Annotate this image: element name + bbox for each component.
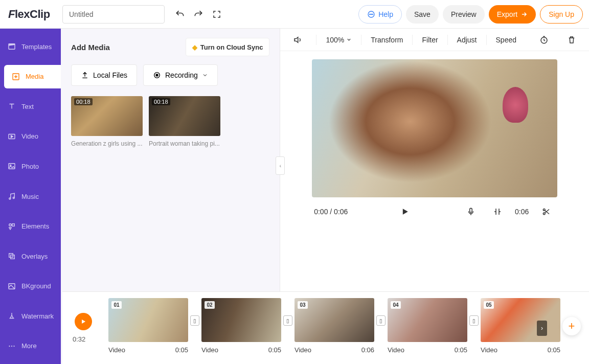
media-item[interactable]: 00:18 Portrait woman taking pi... (149, 96, 220, 147)
svg-point-11 (9, 223, 12, 226)
timeline-clip[interactable]: 03 Video0:06 (294, 298, 374, 354)
speed-button[interactable]: Speed (496, 36, 516, 44)
sidebar-item-media[interactable]: Media (4, 65, 61, 89)
sidebar-item-text[interactable]: Text (0, 95, 61, 119)
sidebar-item-watermark[interactable]: Watermark (0, 304, 61, 328)
clip-number: 03 (298, 301, 308, 309)
svg-rect-13 (9, 254, 13, 258)
timeline-clip[interactable]: 02 Video0:05 (201, 298, 281, 354)
clip-type: Video (481, 346, 497, 354)
redo-button[interactable] (189, 5, 208, 24)
transform-button[interactable]: Transform (371, 36, 403, 44)
sidebar-item-music[interactable]: Music (0, 185, 61, 209)
svg-point-18 (13, 346, 14, 347)
media-caption: Portrait woman taking pi... (149, 140, 220, 147)
save-button[interactable]: Save (406, 5, 439, 24)
cloud-sync-label: Turn on Cloud Sync (200, 43, 263, 51)
sidebar-item-background[interactable]: BKground (0, 274, 61, 298)
upload-icon (81, 71, 89, 79)
filter-button[interactable]: Filter (422, 36, 438, 44)
svg-point-23 (543, 213, 546, 215)
transition-button[interactable]: ▯ (283, 315, 292, 326)
signup-button[interactable]: Sign Up (540, 5, 583, 24)
sidebar-label: Overlays (21, 253, 48, 260)
duration-badge: 00:18 (152, 98, 170, 105)
svg-rect-14 (11, 255, 15, 259)
zoom-dropdown[interactable]: 100% (326, 36, 352, 44)
timecode: 0:00 / 0:06 (314, 208, 348, 216)
video-canvas[interactable] (312, 59, 557, 197)
sidebar-label: Templates (21, 43, 52, 51)
sidebar-label: Watermark (21, 312, 54, 320)
panel-collapse-handle[interactable]: ‹ (276, 156, 285, 175)
media-item[interactable]: 00:18 Generation z girls using ... (71, 96, 143, 147)
topbar: FlexClip Help Save Preview Export Sign U… (0, 0, 589, 29)
undo-button[interactable] (171, 5, 189, 24)
clip-duration: 0:05 (175, 346, 188, 354)
brand-logo: FlexClip (6, 8, 62, 21)
background-icon (7, 282, 16, 291)
svg-point-1 (370, 14, 370, 14)
clip-type: Video (201, 346, 218, 354)
sidebar-item-templates[interactable]: Templates (0, 35, 61, 59)
clip-number: 01 (111, 301, 122, 309)
sidebar-item-photo[interactable]: Photo (0, 154, 61, 178)
sidebar-label: Media (26, 73, 43, 80)
watermark-icon (7, 311, 16, 321)
voiceover-button[interactable] (462, 202, 480, 221)
transition-button[interactable]: ▯ (469, 315, 479, 326)
clip-type: Video (294, 346, 311, 354)
export-button[interactable]: Export (489, 5, 536, 24)
chevron-down-icon (346, 37, 352, 42)
overlays-icon (7, 252, 16, 261)
svg-point-3 (372, 14, 373, 14)
transition-button[interactable]: ▯ (190, 315, 199, 326)
add-clip-button[interactable]: + (562, 317, 581, 335)
local-files-label: Local Files (93, 71, 127, 79)
chat-icon (367, 10, 375, 18)
local-files-button[interactable]: Local Files (71, 64, 137, 86)
trim-button[interactable] (537, 202, 555, 221)
cloud-sync-button[interactable]: ◆ Turn on Cloud Sync (186, 38, 270, 56)
duration-button[interactable] (535, 31, 553, 49)
zoom-value: 100% (326, 36, 344, 44)
sidebar-label: Text (21, 103, 34, 110)
sidebar-item-video[interactable]: Video (0, 125, 61, 149)
media-caption: Generation z girls using ... (71, 140, 143, 147)
timeline-play-button[interactable] (75, 313, 92, 330)
sidebar-item-overlays[interactable]: Overlays (0, 244, 61, 268)
recording-button[interactable]: Recording (143, 64, 218, 86)
sidebar-label: Music (21, 193, 39, 200)
svg-point-17 (11, 346, 12, 347)
play-button[interactable] (396, 202, 414, 221)
recording-label: Recording (165, 71, 198, 79)
help-button[interactable]: Help (358, 5, 402, 24)
sidebar-item-elements[interactable]: Elements (0, 214, 61, 238)
timeline-clip[interactable]: 05 Video0:05 (481, 298, 560, 354)
fullscreen-button[interactable] (208, 5, 226, 24)
photo-icon (7, 162, 16, 171)
svg-point-16 (9, 346, 10, 347)
svg-point-24 (543, 209, 546, 211)
timeline-next-button[interactable]: › (537, 321, 547, 336)
project-title-input[interactable] (62, 5, 165, 24)
clip-duration: 0:06 (361, 346, 374, 354)
panel-heading: Add Media (71, 43, 110, 52)
timeline-clip[interactable]: 01 Video0:05 (108, 298, 188, 354)
templates-icon (7, 42, 16, 51)
transition-button[interactable]: ▯ (376, 315, 386, 326)
clip-type: Video (388, 346, 404, 354)
preview-label: Preview (451, 10, 477, 18)
sidebar-item-more[interactable]: More (0, 334, 61, 358)
split-button[interactable] (488, 202, 507, 221)
timeline-clip[interactable]: 04 Video0:05 (388, 298, 467, 354)
media-icon (11, 72, 20, 81)
clip-duration: 0:05 (548, 346, 560, 354)
preview-button[interactable]: Preview (443, 5, 485, 24)
adjust-button[interactable]: Adjust (457, 36, 477, 44)
svg-point-2 (371, 14, 372, 14)
volume-button[interactable] (288, 31, 307, 49)
delete-button[interactable] (562, 31, 581, 49)
elements-icon (7, 222, 16, 231)
more-icon (7, 342, 16, 351)
